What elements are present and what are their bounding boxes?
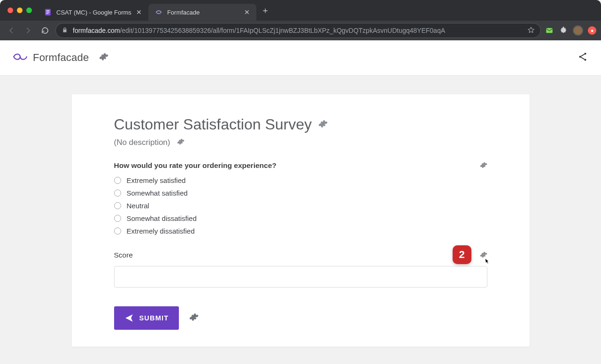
option-somewhat-satisfied[interactable]: Somewhat satisfied — [114, 189, 487, 197]
google-forms-favicon-icon — [44, 8, 52, 16]
form-title: Customer Satisfaction Survey — [114, 116, 312, 133]
submit-settings-button[interactable] — [189, 312, 199, 324]
score-label: Score — [114, 251, 487, 259]
form-actions: SUBMIT — [114, 306, 487, 330]
option-label: Somewhat satisfied — [127, 189, 188, 197]
minimize-window-icon[interactable] — [17, 8, 23, 13]
new-tab-button[interactable]: ＋ — [259, 4, 271, 16]
lock-icon — [62, 27, 68, 35]
notifications-badge-icon[interactable]: ● — [588, 26, 596, 35]
send-icon — [124, 313, 134, 323]
description-settings-button[interactable] — [177, 138, 185, 147]
radio-icon[interactable] — [114, 190, 121, 197]
score-input[interactable] — [114, 266, 487, 288]
tabs: CSAT (MC) - Google Forms ✕ Formfacade ✕ — [38, 4, 256, 21]
option-label: Extremely satisfied — [127, 176, 186, 184]
browser-tabstrip: CSAT (MC) - Google Forms ✕ Formfacade ✕ … — [0, 0, 601, 21]
window-controls — [8, 8, 32, 13]
svg-rect-2 — [46, 12, 50, 12]
svg-point-5 — [584, 53, 586, 55]
radio-icon[interactable] — [114, 202, 121, 209]
option-label: Extremely dissatisfied — [127, 227, 195, 235]
url-text: formfacade.com/edit/10139775342563885932… — [73, 27, 445, 34]
profile-avatar-icon[interactable] — [573, 25, 583, 36]
submit-label: SUBMIT — [139, 314, 169, 322]
reload-button[interactable] — [39, 24, 52, 37]
submit-button[interactable]: SUBMIT — [114, 306, 179, 330]
brand-name: Formfacade — [33, 52, 89, 64]
step-badge-value: 2 — [459, 249, 464, 261]
form-description: (No description) — [114, 138, 170, 147]
url-path: /edit/101397753425638859326/all/form/1FA… — [120, 27, 445, 34]
tab-google-forms[interactable]: CSAT (MC) - Google Forms ✕ — [38, 4, 148, 21]
options-list: Extremely satisfied Somewhat satisfied N… — [114, 176, 487, 235]
question-score: Score 2 — [114, 251, 487, 288]
app-header: Formfacade — [0, 40, 601, 76]
svg-point-7 — [584, 59, 586, 61]
browser-toolbar: formfacade.com/edit/10139775342563885932… — [0, 21, 601, 40]
radio-icon[interactable] — [114, 177, 121, 184]
app-settings-button[interactable] — [99, 52, 108, 63]
question-settings-button[interactable] — [480, 161, 487, 171]
title-settings-button[interactable] — [318, 119, 328, 130]
score-settings-button[interactable] — [480, 251, 487, 260]
back-button[interactable] — [5, 24, 18, 37]
forward-button[interactable] — [22, 24, 35, 37]
formfacade-logo-icon — [13, 51, 27, 64]
radio-icon[interactable] — [114, 215, 121, 222]
svg-rect-1 — [46, 10, 50, 11]
radio-icon[interactable] — [114, 228, 121, 235]
mail-extension-icon[interactable] — [545, 26, 554, 35]
svg-rect-3 — [46, 13, 49, 14]
svg-rect-4 — [546, 28, 553, 33]
tab-formfacade[interactable]: Formfacade ✕ — [148, 4, 256, 21]
tab-title: CSAT (MC) - Google Forms — [56, 9, 131, 16]
option-somewhat-dissatisfied[interactable]: Somewhat dissatisfied — [114, 214, 487, 222]
option-extremely-satisfied[interactable]: Extremely satisfied — [114, 176, 487, 184]
question-rating: How would you rate your ordering experie… — [114, 161, 487, 235]
extension-area: ● — [545, 25, 596, 36]
bookmark-star-icon[interactable] — [527, 26, 535, 35]
step-badge: 2 — [453, 245, 471, 264]
page: Customer Satisfaction Survey (No descrip… — [0, 76, 601, 347]
extensions-puzzle-icon[interactable] — [559, 26, 568, 35]
maximize-window-icon[interactable] — [26, 8, 32, 13]
close-window-icon[interactable] — [8, 8, 13, 13]
form-card: Customer Satisfaction Survey (No descrip… — [72, 94, 530, 347]
share-button[interactable] — [578, 52, 588, 64]
tab-title: Formfacade — [167, 9, 200, 16]
svg-point-6 — [579, 56, 581, 58]
address-bar[interactable]: formfacade.com/edit/10139775342563885932… — [55, 23, 541, 38]
formfacade-favicon-icon — [155, 8, 162, 16]
question-label: How would you rate your ordering experie… — [114, 161, 277, 170]
option-label: Somewhat dissatisfied — [127, 214, 197, 222]
option-extremely-dissatisfied[interactable]: Extremely dissatisfied — [114, 227, 487, 235]
close-tab-icon[interactable]: ✕ — [244, 8, 250, 16]
option-label: Neutral — [127, 202, 149, 210]
brand: Formfacade — [13, 51, 89, 64]
close-tab-icon[interactable]: ✕ — [136, 8, 142, 16]
url-host: formfacade.com — [73, 27, 120, 34]
option-neutral[interactable]: Neutral — [114, 202, 487, 210]
